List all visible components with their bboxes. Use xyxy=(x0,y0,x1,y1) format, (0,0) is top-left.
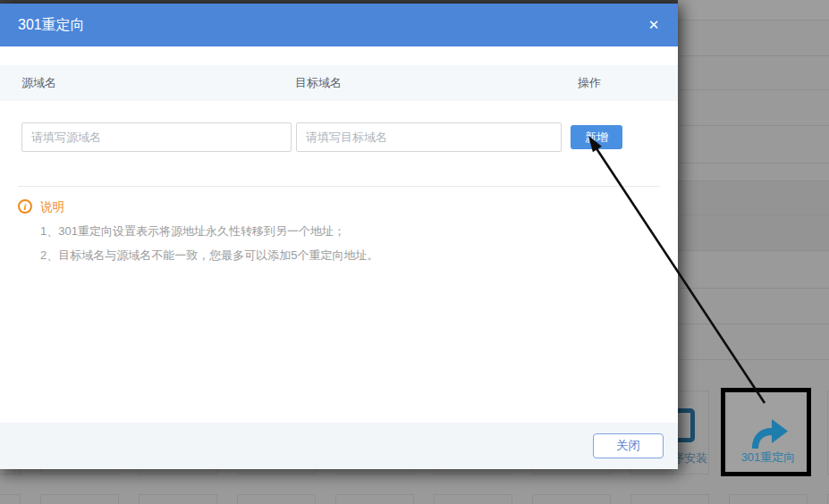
background-table xyxy=(678,0,829,391)
background-table-highlight-band xyxy=(678,181,829,250)
table-header-row: 源域名 目标域名 操作 xyxy=(0,65,678,101)
background-row-line xyxy=(678,323,829,324)
notice-title: 说明 xyxy=(40,199,64,215)
background-row-line xyxy=(678,359,829,360)
divider xyxy=(18,186,660,187)
modal-title: 301重定向 xyxy=(18,4,85,46)
background-card xyxy=(434,494,512,504)
source-domain-input[interactable] xyxy=(21,122,292,152)
background-card xyxy=(335,494,414,504)
background-row-line xyxy=(678,214,829,215)
background-row-line xyxy=(678,181,829,181)
target-domain-input[interactable] xyxy=(296,122,562,152)
close-icon[interactable]: ✕ xyxy=(644,15,664,35)
background-row-line xyxy=(678,163,829,164)
background-row-line xyxy=(678,125,829,126)
notice-line-1: 1、301重定向设置表示将源地址永久性转移到另一个地址； xyxy=(40,223,345,239)
background-card xyxy=(139,494,217,504)
background-row-line xyxy=(678,288,829,289)
background-row-line xyxy=(678,250,829,251)
info-icon: i xyxy=(18,199,32,214)
column-header-action: 操作 xyxy=(578,65,601,101)
annotation-highlight-box xyxy=(721,388,811,476)
notice-line-2: 2、目标域名与源域名不能一致，您最多可以添加5个重定向地址。 xyxy=(40,248,378,264)
background-card xyxy=(237,494,316,504)
close-button[interactable]: 关闭 xyxy=(593,433,664,458)
modal-header: 301重定向 ✕ xyxy=(0,4,678,46)
background-card xyxy=(532,494,611,504)
background-row-line xyxy=(678,89,829,90)
add-button[interactable]: 新增 xyxy=(571,125,622,149)
background-card xyxy=(40,494,119,504)
background-table-header-row xyxy=(678,0,829,20)
background-card xyxy=(630,494,709,504)
background-row-line xyxy=(678,20,829,21)
background-row-line xyxy=(678,55,829,56)
column-header-target-domain: 目标域名 xyxy=(295,65,342,101)
modal-footer: 关闭 xyxy=(0,423,678,469)
background-card xyxy=(729,494,808,504)
screen: 序安装 301重定向 301重定向 ✕ 源域名 目标域名 操作 新增 i 说明 … xyxy=(0,0,829,504)
background-card xyxy=(0,494,21,504)
redirect-modal: 301重定向 ✕ 源域名 目标域名 操作 新增 i 说明 1、301重定向设置表… xyxy=(0,4,678,469)
column-header-source-domain: 源域名 xyxy=(21,65,56,101)
